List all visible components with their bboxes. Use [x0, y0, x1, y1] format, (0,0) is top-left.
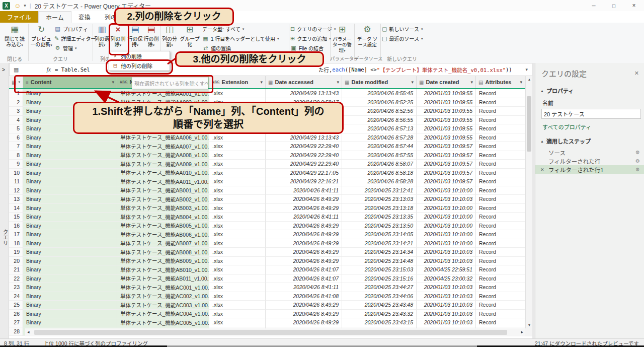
row-number[interactable]: 25: [9, 301, 23, 310]
cell-name[interactable]: 単体テストケース_機能AB001_v1.00.xlsx: [117, 186, 209, 195]
remove-rows-button[interactable]: ▤ 行の削除▾: [143, 24, 159, 53]
cell-content[interactable]: Binary: [23, 248, 117, 257]
cell-extension[interactable]: .xlsx: [209, 124, 266, 133]
cell-name[interactable]: 単体テストケース_機能AB003_v1.00.xlsx: [117, 204, 209, 213]
cell-date_modified[interactable]: 2020/04/26 8:58:28: [342, 177, 417, 186]
cell-content[interactable]: Binary: [23, 204, 117, 213]
cell-date_modified[interactable]: 2020/04/26 8:57:13: [342, 124, 417, 133]
cell-date_modified[interactable]: 2020/04/26 8:58:07: [342, 160, 417, 169]
cell-extension[interactable]: .xlsx: [209, 177, 266, 186]
cell-date_created[interactable]: 2020/01/03 10:10:03: [417, 283, 476, 292]
cell-name[interactable]: 単体テストケース_機能AB004_v1.00.xlsx: [117, 213, 209, 222]
menu-item-remove-columns[interactable]: ×列の削除: [109, 51, 170, 61]
cell-date_created[interactable]: 2020/01/03 10:10:03: [417, 310, 476, 319]
cell-extension[interactable]: .xlsx: [209, 204, 266, 213]
cell-date_created[interactable]: 2020/01/03 10:10:00: [417, 239, 476, 248]
row-number[interactable]: 20: [9, 257, 23, 266]
cell-date_created[interactable]: 2020/01/03 10:09:55: [417, 124, 476, 133]
cell-attributes[interactable]: Record: [476, 213, 525, 222]
cell-date_accessed[interactable]: 2020/04/26 8:41:08: [266, 292, 342, 301]
cell-name[interactable]: 単体テストケース_機能AB007_v1.00.xlsx: [117, 239, 209, 248]
row-number[interactable]: 22: [9, 274, 23, 284]
column-header-extension[interactable]: ABCExtension▾: [209, 76, 266, 88]
column-header-date_created[interactable]: ▦Date created▾: [417, 76, 476, 88]
cell-attributes[interactable]: Record: [476, 274, 525, 284]
manage-parameters-button[interactable]: ⊞ パラメーターの管理▾: [331, 24, 353, 53]
cell-extension[interactable]: .xlsx: [209, 292, 266, 301]
cell-content[interactable]: Binary: [23, 142, 117, 151]
cell-date_modified[interactable]: 2020/04/25 23:13:35: [342, 213, 417, 222]
cell-name[interactable]: 単体テストケース_機能AC003_v1.00.xlsx: [117, 301, 209, 310]
remove-columns-button[interactable]: × 列の削除▾: [110, 24, 126, 53]
cell-date_accessed[interactable]: [266, 124, 342, 133]
cell-date_created[interactable]: 2020/01/03 10:09:55: [417, 107, 476, 116]
manage-button[interactable]: ⚙管理▾: [54, 44, 92, 52]
cell-extension[interactable]: .xlsx: [209, 283, 266, 292]
cell-date_modified[interactable]: 2020/04/25 23:12:41: [342, 186, 417, 195]
cell-date_accessed[interactable]: 2020/04/26 8:49:29: [266, 230, 342, 239]
cell-name[interactable]: 単体テストケース_機能AA002_v1.00.xlsx: [117, 98, 209, 107]
cell-content[interactable]: Binary: [23, 257, 117, 266]
menu-item-remove-other-columns[interactable]: ⊟他の列の削除: [109, 61, 170, 71]
cell-date_accessed[interactable]: 2020/04/29 22:29:40: [266, 160, 342, 169]
cell-attributes[interactable]: Record: [476, 98, 525, 107]
row-number[interactable]: 27: [9, 318, 23, 327]
row-number[interactable]: 16: [9, 222, 23, 231]
cell-content[interactable]: Binary: [23, 133, 117, 143]
step-settings-gear-icon[interactable]: ⚙: [635, 167, 640, 172]
cell-name[interactable]: 単体テストケース_機能AA003_v1.00.xlsx: [117, 107, 209, 116]
cell-attributes[interactable]: Record: [476, 310, 525, 319]
row-number[interactable]: 24: [9, 292, 23, 301]
cell-date_accessed[interactable]: 2020/04/26 8:49:29: [266, 204, 342, 213]
maximize-button[interactable]: □: [604, 0, 624, 11]
cell-attributes[interactable]: Record: [476, 116, 525, 125]
group-by-button[interactable]: ⊞ グループ化: [179, 24, 200, 53]
cell-date_accessed[interactable]: 2020/04/29 13:13:43: [266, 133, 342, 143]
vertical-scrollbar-thumb[interactable]: [527, 96, 531, 152]
column-header-attributes[interactable]: ▤Attributes▾: [476, 76, 525, 88]
cell-attributes[interactable]: Record: [476, 301, 525, 310]
row-number[interactable]: 8: [9, 151, 23, 160]
cell-content[interactable]: Binary: [23, 186, 117, 195]
append-queries-button[interactable]: ⊞クエリの追加▾: [290, 35, 329, 42]
cell-date_created[interactable]: 2020/01/03 10:09:57: [417, 142, 476, 151]
merge-queries-button[interactable]: ⊟クエリのマージ▾: [290, 25, 329, 33]
cell-date_accessed[interactable]: 2020/04/26 8:41:11: [266, 186, 342, 195]
cell-date_modified[interactable]: 2020/04/25 23:14:48: [342, 257, 417, 266]
row-number[interactable]: 21: [9, 265, 23, 274]
cell-date_accessed[interactable]: 2020/04/26 8:49:29: [266, 248, 342, 257]
cell-content[interactable]: Binary: [23, 151, 117, 160]
cell-content[interactable]: Binary: [23, 160, 117, 169]
cell-attributes[interactable]: Record: [476, 222, 525, 231]
cell-date_created[interactable]: 2020/01/03 10:10:03: [417, 257, 476, 266]
cell-date_modified[interactable]: 2020/04/25 23:43:48: [342, 301, 417, 310]
cell-attributes[interactable]: Record: [476, 124, 525, 133]
cell-date_accessed[interactable]: 2020/04/26 8:49:29: [266, 257, 342, 266]
cell-attributes[interactable]: Record: [476, 257, 525, 266]
cell-name[interactable]: 単体テストケース_機能AA010_v1.00.xlsx: [117, 169, 209, 178]
cell-date_modified[interactable]: 2020/04/25 23:15:16: [342, 274, 417, 284]
cell-content[interactable]: Binary: [23, 169, 117, 178]
refresh-preview-button[interactable]: ↻ プレビューの更新▾: [29, 24, 53, 53]
cell-extension[interactable]: .xlsx: [209, 133, 266, 143]
cell-date_modified[interactable]: 2020/04/25 23:44:27: [342, 283, 417, 292]
cell-date_accessed[interactable]: 2020/04/29 22:29:40: [266, 142, 342, 151]
filter-button-icon[interactable]: ▾: [470, 80, 473, 85]
cell-extension[interactable]: .xlsx: [209, 257, 266, 266]
advanced-editor-button[interactable]: ✎詳細エディター: [54, 35, 92, 42]
cell-extension[interactable]: .xlsx: [209, 265, 266, 274]
cell-attributes[interactable]: Record: [476, 239, 525, 248]
applied-step[interactable]: ソース⚙: [535, 148, 644, 157]
cell-name[interactable]: 単体テストケース_機能AA011_v1.00.xlsx: [117, 177, 209, 186]
cell-date_created[interactable]: 2020/01/03 10:09:55: [417, 89, 476, 98]
cell-date_modified[interactable]: 2020/04/26 8:57:55: [342, 151, 417, 160]
cell-content[interactable]: Binary: [23, 318, 117, 327]
cell-date_modified[interactable]: 2020/04/25 23:13:03: [342, 195, 417, 204]
cell-content[interactable]: Binary: [23, 89, 117, 98]
cell-date_modified[interactable]: 2020/04/25 23:14:21: [342, 239, 417, 248]
cell-date_modified[interactable]: 2020/04/26 8:56:55: [342, 116, 417, 125]
properties-section-header[interactable]: ▲ プロパティ: [535, 82, 644, 97]
split-column-button[interactable]: ◫ 列の分割▾: [161, 24, 178, 53]
cell-date_modified[interactable]: 2020/04/26 8:57:44: [342, 142, 417, 151]
cell-date_created[interactable]: 2020/01/03 10:10:00: [417, 230, 476, 239]
